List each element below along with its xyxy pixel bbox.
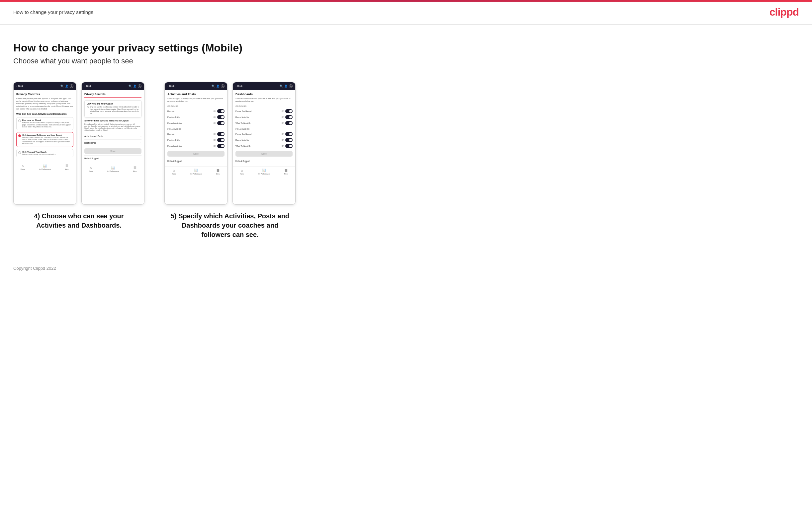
more-icon-1[interactable]: ⊕ <box>70 84 73 88</box>
more-icon-2[interactable]: ⊕ <box>138 84 142 88</box>
back-icon-2[interactable]: ‹ <box>84 84 85 88</box>
menu-row-dashboards[interactable]: Dashboards › <box>84 140 142 146</box>
logo: clippd <box>769 6 799 18</box>
more-icon-3[interactable]: ⊕ <box>221 84 224 88</box>
radio-option-approved[interactable]: Only Approved Followers and Your Coach O… <box>16 132 73 147</box>
menu-icon-4: ☰ <box>285 169 288 172</box>
followers-manual-on-label: ON <box>213 145 216 147</box>
more-icon-4[interactable]: ⊕ <box>289 84 293 88</box>
back-label-4[interactable]: Back <box>238 85 243 87</box>
person-icon-1[interactable]: 👤 <box>65 84 68 88</box>
show-hide-title: Show or hide specific features in Clippd <box>84 119 142 122</box>
home-icon-3: ⌂ <box>173 169 175 172</box>
nav-home-1[interactable]: ⌂ Home <box>20 164 25 170</box>
back-label-2[interactable]: Back <box>86 85 92 87</box>
nav-home-label-3: Home <box>172 173 176 175</box>
radio-label-coach: Only You and Your Coach <box>22 151 56 153</box>
phone-bottom-nav-3: ⌂ Home 📊 My Performance ☰ Menu <box>165 167 227 176</box>
nav-menu-3[interactable]: ☰ Menu <box>216 169 220 175</box>
coaches-wtw-on-label: ON <box>282 122 284 124</box>
back-icon-4[interactable]: ‹ <box>236 84 237 88</box>
page-subtitle: Choose what you want people to see <box>13 57 799 65</box>
search-icon-1[interactable]: 🔍 <box>60 84 64 88</box>
followers-rounds-label: Rounds <box>167 133 174 135</box>
coaches-round-insights-label: Round Insights <box>236 116 249 118</box>
nav-home-3[interactable]: ⌂ Home <box>172 169 176 175</box>
coaches-wtw-toggle[interactable] <box>285 121 293 125</box>
search-icon-4[interactable]: 🔍 <box>280 84 283 88</box>
phone-bottom-nav-4: ⌂ Home 📊 My Performance ☰ Menu <box>233 167 295 176</box>
followers-ri-toggle[interactable] <box>285 138 293 142</box>
phone-screen-1: ‹ Back 🔍 👤 ⊕ Privacy Controls Control ho… <box>13 82 77 205</box>
nav-menu-2[interactable]: ☰ Menu <box>133 166 138 172</box>
nav-home-2[interactable]: ⌂ Home <box>89 166 93 172</box>
dashboards-title: Dashboards <box>236 93 293 96</box>
back-label-3[interactable]: Back <box>169 85 175 87</box>
coaches-pd-on-label: ON <box>282 110 284 112</box>
radio-content-coach: Only You and Your Coach Only you and the… <box>22 151 56 156</box>
person-icon-2[interactable]: 👤 <box>133 84 137 88</box>
header-icons-2: 🔍 👤 ⊕ <box>129 84 142 88</box>
nav-performance-2[interactable]: 📊 My Performance <box>107 166 119 172</box>
menu-row-dashboards-label: Dashboards <box>84 142 96 144</box>
menu-row-activities[interactable]: Activities and Posts › <box>84 133 142 140</box>
followers-round-insights-row: Round Insights ON <box>236 137 293 143</box>
coaches-manual-toggle-group: ON <box>213 121 224 125</box>
search-icon-2[interactable]: 🔍 <box>129 84 132 88</box>
radio-option-coach[interactable]: Only You and Your Coach Only you and the… <box>16 149 73 158</box>
followers-pd-toggle-group: ON <box>282 132 293 136</box>
followers-wtw-toggle[interactable] <box>285 144 293 148</box>
coaches-rounds-row: Rounds ON <box>167 108 224 114</box>
save-btn-3[interactable]: Save <box>167 151 224 157</box>
footer: Copyright Clippd 2022 <box>0 259 812 277</box>
activities-desc: Select the types of activity that you'd … <box>167 98 224 103</box>
popup-text: Only you and the coaches you connect wit… <box>90 106 139 114</box>
nav-menu-4[interactable]: ☰ Menu <box>284 169 289 175</box>
nav-perf-label-4: My Performance <box>258 173 270 175</box>
back-icon-1[interactable]: ‹ <box>16 84 17 88</box>
person-icon-3[interactable]: 👤 <box>216 84 219 88</box>
popup-title: Only You and Your Coach <box>87 103 139 105</box>
nav-home-4[interactable]: ⌂ Home <box>240 169 244 175</box>
followers-drills-toggle[interactable] <box>217 138 224 142</box>
back-icon-3[interactable]: ‹ <box>167 84 168 88</box>
help-row-3: Help & Support <box>167 158 224 164</box>
followers-pd-toggle[interactable] <box>285 132 293 136</box>
followers-rounds-toggle-group: ON <box>213 132 224 136</box>
nav-performance-4[interactable]: 📊 My Performance <box>258 169 270 175</box>
coaches-pd-toggle[interactable] <box>285 109 293 113</box>
followers-manual-toggle[interactable] <box>217 144 224 148</box>
dashboards-desc: Select the dashboards that you'd like to… <box>236 98 293 103</box>
phone-header-4: ‹ Back 🔍 👤 ⊕ <box>233 82 295 90</box>
coaches-ri-on-label: ON <box>282 116 284 118</box>
nav-menu-label-1: Menu <box>65 168 69 170</box>
performance-icon-2: 📊 <box>111 166 115 170</box>
followers-rounds-on-label: ON <box>213 133 216 135</box>
coaches-manual-toggle[interactable] <box>217 121 224 125</box>
followers-rounds-toggle[interactable] <box>217 132 224 136</box>
nav-perf-label-3: My Performance <box>190 173 202 175</box>
followers-player-dash-row: Player Dashboard ON <box>236 131 293 137</box>
radio-option-everyone[interactable]: Everyone on Clippd Everyone on Clippd ca… <box>16 117 73 130</box>
save-btn-2[interactable]: Save <box>84 148 142 154</box>
page-title: How to change your privacy settings (Mob… <box>13 42 799 54</box>
nav-menu-1[interactable]: ☰ Menu <box>65 164 69 170</box>
coaches-rounds-label: Rounds <box>167 110 174 112</box>
coaches-label-4: COACHES <box>236 105 293 107</box>
followers-wtw-label: What To Work On <box>236 145 251 147</box>
pc2-tab[interactable]: Privacy Controls <box>84 93 142 98</box>
phone-body-1: Privacy Controls Control how you and you… <box>14 90 76 162</box>
coaches-drills-row: Practice Drills ON <box>167 114 224 120</box>
coaches-ri-toggle[interactable] <box>285 115 293 119</box>
save-btn-4[interactable]: Save <box>236 151 293 157</box>
screenshot-group-1: ‹ Back 🔍 👤 ⊕ Privacy Controls Control ho… <box>13 82 145 230</box>
phone-body-3: Activities and Posts Select the types of… <box>165 90 227 167</box>
person-icon-4[interactable]: 👤 <box>284 84 288 88</box>
nav-performance-1[interactable]: 📊 My Performance <box>39 164 51 170</box>
nav-performance-3[interactable]: 📊 My Performance <box>190 169 202 175</box>
back-label-1[interactable]: Back <box>18 85 23 87</box>
search-icon-3[interactable]: 🔍 <box>211 84 215 88</box>
coaches-rounds-toggle[interactable] <box>217 109 224 113</box>
phone-screen-4: ‹ Back 🔍 👤 ⊕ Dashboards Select the dashb… <box>233 82 296 205</box>
coaches-drills-toggle[interactable] <box>217 115 224 119</box>
